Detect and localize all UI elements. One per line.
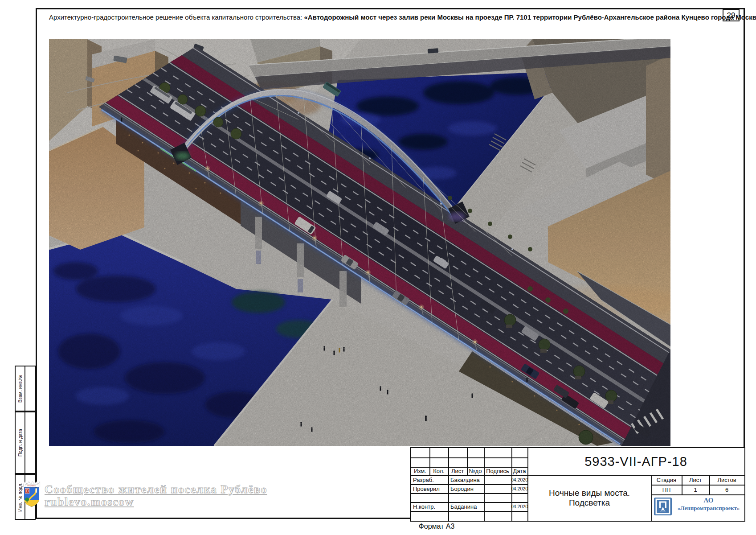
col-list: Лист xyxy=(448,467,467,475)
render-grain xyxy=(49,39,670,446)
organization: АО «Ленпромтранспроект» xyxy=(674,496,743,512)
doc-number: 5933-VII-АГР-18 xyxy=(527,448,744,475)
side-label-podp: Подп. и дата xyxy=(17,429,23,457)
bridge-render xyxy=(49,39,670,446)
bridge-render-svg xyxy=(49,39,670,446)
col-kol: Кол. xyxy=(429,467,448,475)
row-date: 04.2020 xyxy=(511,475,527,484)
page-number-box: 29 xyxy=(723,9,740,21)
stage-value: ПП xyxy=(651,485,682,494)
title-block: Изм. Кол. Лист №до Подпись Дата Разраб. … xyxy=(410,447,745,522)
format-label: Формат А3 xyxy=(401,523,472,531)
watermark-line2: rublevo.moscow xyxy=(45,496,267,508)
row-date: 04.2020 xyxy=(511,484,527,493)
header-title: Архитектурно-градостроительное решение о… xyxy=(49,13,670,21)
row-role: Проверил xyxy=(411,484,448,493)
org-name: «Ленпромтранспроект» xyxy=(674,505,743,512)
sheet-value: 1 xyxy=(682,485,709,494)
side-label-vzam: Взам. инв.№ xyxy=(17,374,23,402)
sheets-value: 6 xyxy=(709,485,744,494)
col-izm: Изм. xyxy=(411,467,429,475)
col-ndoc: №до xyxy=(467,467,484,475)
rublevo-coat-of-arms-icon: РУБЛЁВО xyxy=(22,481,41,509)
watermark: РУБЛЁВО Сообщество жителей поселка Рублё… xyxy=(22,481,267,509)
sheets-label: Листов xyxy=(709,475,744,485)
stage-label: Стадия xyxy=(651,475,682,485)
side-box-vzam: Взам. инв.№ xyxy=(15,366,36,412)
row-role: Н.контр. xyxy=(411,502,448,511)
org-prefix: АО xyxy=(674,496,743,505)
drawing-sheet: Архитектурно-градостроительное решение о… xyxy=(0,0,756,535)
lenpromtransproekt-logo-icon xyxy=(654,497,672,518)
row-name: Бакалдина xyxy=(448,475,484,484)
row-name: Баданина xyxy=(448,502,484,511)
col-data: Дата xyxy=(511,467,527,475)
side-box-podp: Подп. и дата xyxy=(15,412,36,474)
row-name: Бородин xyxy=(448,484,484,493)
watermark-line1: Сообщество жителей поселка Рублёво xyxy=(45,483,267,496)
header-title-object: «Автодорожный мост через залив реки Моск… xyxy=(304,13,756,21)
watermark-text: Сообщество жителей поселка Рублёво ruble… xyxy=(45,481,267,508)
header-title-prefix: Архитектурно-градостроительное решение о… xyxy=(49,13,304,21)
col-podpis: Подпись xyxy=(484,467,511,475)
drawing-title: Ночные виды моста. Подсветка xyxy=(527,475,651,521)
row-role: Разраб. xyxy=(411,475,448,484)
svg-text:РУБЛЁВО: РУБЛЁВО xyxy=(27,485,36,487)
sheet-label: Лист xyxy=(682,475,709,485)
row-date: 04.2020 xyxy=(511,502,527,511)
